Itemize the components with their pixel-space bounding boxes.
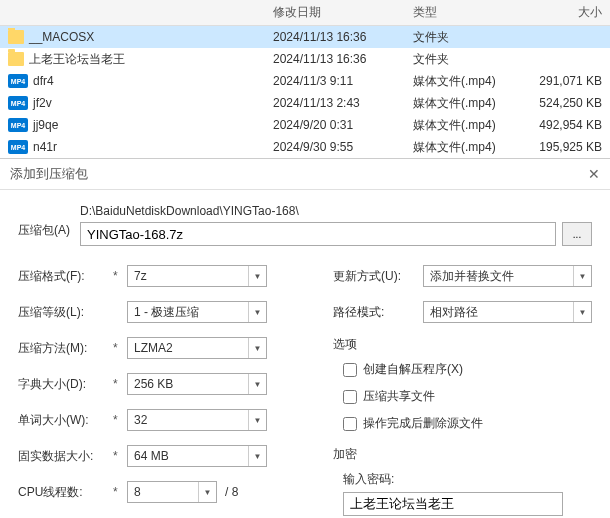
star-icon: * [113, 341, 123, 355]
folder-icon [8, 52, 24, 66]
dict-label: 字典大小(D): [18, 376, 113, 393]
star-icon: * [113, 269, 123, 283]
col-header-size[interactable]: 大小 [520, 0, 610, 25]
file-name: jj9qe [33, 118, 58, 132]
dialog-title-text: 添加到压缩包 [10, 165, 88, 183]
file-type: 文件夹 [405, 49, 520, 70]
col-header-date[interactable]: 修改日期 [265, 0, 405, 25]
level-label: 压缩等级(L): [18, 304, 113, 321]
chevron-down-icon: ▼ [198, 482, 216, 502]
pathmode-combo[interactable]: 相对路径 ▼ [423, 301, 592, 323]
file-name: n41r [33, 140, 57, 154]
mp4-icon: MP4 [8, 140, 28, 154]
star-icon: * [113, 449, 123, 463]
mp4-icon: MP4 [8, 74, 28, 88]
file-date: 2024/11/13 16:36 [265, 50, 405, 68]
archive-file-input[interactable] [80, 222, 556, 246]
folder-icon [8, 30, 24, 44]
file-row[interactable]: __MACOSX2024/11/13 16:36文件夹 [0, 26, 610, 48]
file-row[interactable]: MP4jj9qe2024/9/20 0:31媒体文件(.mp4)492,954 … [0, 114, 610, 136]
chevron-down-icon: ▼ [248, 410, 266, 430]
file-name: dfr4 [33, 74, 54, 88]
update-label: 更新方式(U): [333, 268, 423, 285]
sfx-checkbox[interactable] [343, 363, 357, 377]
file-name: __MACOSX [29, 30, 94, 44]
options-title: 选项 [333, 336, 592, 353]
mp4-icon: MP4 [8, 118, 28, 132]
solid-combo[interactable]: 64 MB ▼ [127, 445, 267, 467]
chevron-down-icon: ▼ [248, 302, 266, 322]
delete-label: 操作完成后删除源文件 [363, 415, 483, 432]
file-type: 媒体文件(.mp4) [405, 71, 520, 92]
file-type: 媒体文件(.mp4) [405, 137, 520, 158]
file-type: 媒体文件(.mp4) [405, 93, 520, 114]
word-label: 单词大小(W): [18, 412, 113, 429]
col-header-type[interactable]: 类型 [405, 0, 520, 25]
chevron-down-icon: ▼ [573, 302, 591, 322]
file-size: 195,925 KB [520, 138, 610, 156]
share-checkbox[interactable] [343, 390, 357, 404]
word-combo[interactable]: 32 ▼ [127, 409, 267, 431]
archive-label: 压缩包(A) [18, 204, 70, 239]
chevron-down-icon: ▼ [573, 266, 591, 286]
chevron-down-icon: ▼ [248, 374, 266, 394]
file-type: 文件夹 [405, 27, 520, 48]
sfx-label: 创建自解压程序(X) [363, 361, 463, 378]
file-list-header: 修改日期 类型 大小 [0, 0, 610, 26]
file-date: 2024/11/3 9:11 [265, 72, 405, 90]
file-row[interactable]: MP4jf2v2024/11/13 2:43媒体文件(.mp4)524,250 … [0, 92, 610, 114]
file-size [520, 35, 610, 39]
pwd-label: 输入密码: [343, 471, 592, 488]
file-size [520, 57, 610, 61]
chevron-down-icon: ▼ [248, 266, 266, 286]
file-size: 524,250 KB [520, 94, 610, 112]
delete-checkbox[interactable] [343, 417, 357, 431]
archive-dir: D:\BaiduNetdiskDownload\YINGTao-168\ [80, 204, 592, 218]
file-size: 492,954 KB [520, 116, 610, 134]
browse-button[interactable]: ... [562, 222, 592, 246]
method-label: 压缩方法(M): [18, 340, 113, 357]
file-row[interactable]: MP4dfr42024/11/3 9:11媒体文件(.mp4)291,071 K… [0, 70, 610, 92]
dialog-titlebar: 添加到压缩包 ✕ [0, 159, 610, 190]
level-combo[interactable]: 1 - 极速压缩 ▼ [127, 301, 267, 323]
solid-label: 固实数据大小: [18, 448, 113, 465]
star-icon: * [113, 485, 123, 499]
cpu-total: / 8 [225, 485, 238, 499]
update-combo[interactable]: 添加并替换文件 ▼ [423, 265, 592, 287]
encrypt-title: 加密 [333, 446, 592, 463]
format-combo[interactable]: 7z ▼ [127, 265, 267, 287]
star-icon: * [113, 413, 123, 427]
password-input[interactable] [343, 492, 563, 516]
file-date: 2024/11/13 16:36 [265, 28, 405, 46]
method-combo[interactable]: LZMA2 ▼ [127, 337, 267, 359]
file-date: 2024/11/13 2:43 [265, 94, 405, 112]
file-size: 291,071 KB [520, 72, 610, 90]
chevron-down-icon: ▼ [248, 338, 266, 358]
star-icon: * [113, 377, 123, 391]
pathmode-label: 路径模式: [333, 304, 423, 321]
chevron-down-icon: ▼ [248, 446, 266, 466]
file-name: 上老王论坛当老王 [29, 51, 125, 68]
file-date: 2024/9/30 9:55 [265, 138, 405, 156]
file-type: 媒体文件(.mp4) [405, 115, 520, 136]
file-list: 修改日期 类型 大小 __MACOSX2024/11/13 16:36文件夹上老… [0, 0, 610, 159]
file-name: jf2v [33, 96, 52, 110]
close-icon[interactable]: ✕ [588, 166, 600, 182]
dialog-body: 压缩包(A) D:\BaiduNetdiskDownload\YINGTao-1… [0, 190, 610, 518]
cpu-label: CPU线程数: [18, 484, 113, 501]
mp4-icon: MP4 [8, 96, 28, 110]
file-row[interactable]: MP4n41r2024/9/30 9:55媒体文件(.mp4)195,925 K… [0, 136, 610, 158]
format-label: 压缩格式(F): [18, 268, 113, 285]
file-row[interactable]: 上老王论坛当老王2024/11/13 16:36文件夹 [0, 48, 610, 70]
share-label: 压缩共享文件 [363, 388, 435, 405]
cpu-combo[interactable]: 8 ▼ [127, 481, 217, 503]
dict-combo[interactable]: 256 KB ▼ [127, 373, 267, 395]
file-date: 2024/9/20 0:31 [265, 116, 405, 134]
